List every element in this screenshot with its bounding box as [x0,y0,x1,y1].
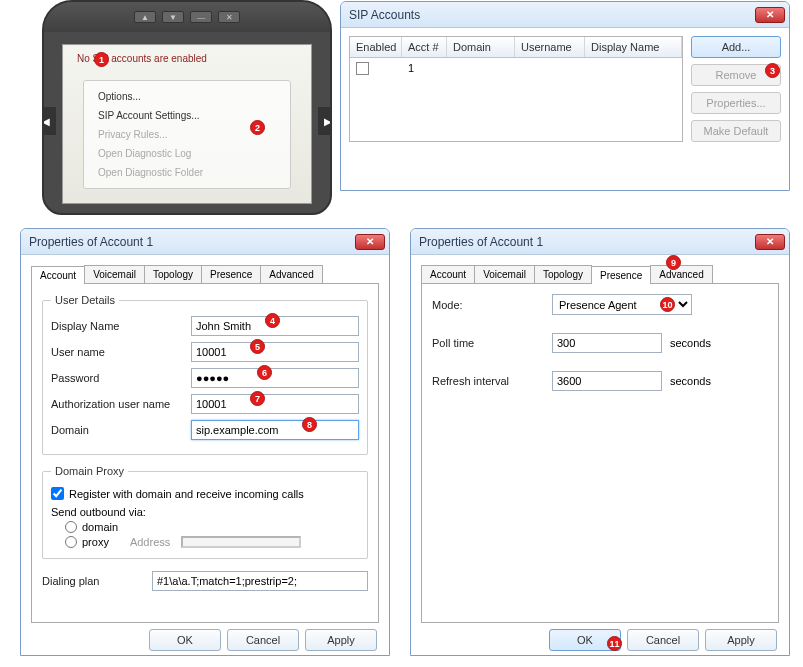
menu-open-diagnostic-folder[interactable]: Open Diagnostic Folder [84,163,290,182]
table-header: Enabled Acct # Domain Username Display N… [350,37,682,58]
close-icon[interactable]: ✕ [755,7,785,23]
top-button-x[interactable]: ✕ [218,11,240,23]
titlebar: SIP Accounts ✕ [341,2,789,28]
radio-proxy-label: proxy [82,536,109,548]
address-label: Address [130,536,170,548]
domain-label: Domain [51,424,191,436]
account-properties-window-account: Properties of Account 1 ✕ Account Voicem… [20,228,390,656]
phone-body: ▲ ▼ — ✕ ◀ ▶ No SIP accounts are enabled … [42,0,332,215]
properties-button: Properties... [691,92,781,114]
top-button-up[interactable]: ▲ [134,11,156,23]
send-outbound-label: Send outbound via: [51,506,359,518]
radio-domain-label: domain [82,521,118,533]
callout-7: 7 [250,391,265,406]
tab-voicemail[interactable]: Voicemail [84,265,145,283]
tab-account[interactable]: Account [31,266,85,284]
softphone-device: ▲ ▼ — ✕ ◀ ▶ No SIP accounts are enabled … [42,0,332,215]
tab-advanced[interactable]: Advanced [650,265,712,283]
titlebar: Properties of Account 1 ✕ [411,229,789,255]
dialing-plan-field[interactable] [152,571,368,591]
col-acct[interactable]: Acct # [402,37,447,57]
account-properties-window-presence: Properties of Account 1 ✕ Account Voicem… [410,228,790,656]
callout-1: 1 [94,52,109,67]
seconds-label: seconds [670,375,711,387]
top-button-down[interactable]: ▼ [162,11,184,23]
tab-pane-presence: Mode: Presence Agent Poll time seconds R… [421,283,779,623]
close-icon[interactable]: ✕ [755,234,785,250]
callout-2: 2 [250,120,265,135]
nav-right-icon[interactable]: ▶ [318,107,332,135]
cell-acct: 1 [402,62,447,74]
titlebar: Properties of Account 1 ✕ [21,229,389,255]
tab-presence[interactable]: Presence [201,265,261,283]
window-title: SIP Accounts [349,8,755,22]
tab-advanced[interactable]: Advanced [260,265,322,283]
add-button[interactable]: Add... [691,36,781,58]
callout-9: 9 [666,255,681,270]
col-display-name[interactable]: Display Name [585,37,682,57]
col-username[interactable]: Username [515,37,585,57]
phone-top-bar: ▲ ▼ — ✕ [44,2,330,32]
radio-domain[interactable] [65,521,77,533]
refresh-interval-field[interactable] [552,371,662,391]
domain-proxy-legend: Domain Proxy [51,465,128,477]
tab-presence[interactable]: Presence [591,266,651,284]
callout-8: 8 [302,417,317,432]
callout-5: 5 [250,339,265,354]
accounts-table: Enabled Acct # Domain Username Display N… [349,36,683,142]
domain-field[interactable] [191,420,359,440]
auth-user-label: Authorization user name [51,398,191,410]
window-title: Properties of Account 1 [29,235,355,249]
poll-time-field[interactable] [552,333,662,353]
make-default-button: Make Default [691,120,781,142]
cancel-button[interactable]: Cancel [227,629,299,651]
tab-topology[interactable]: Topology [144,265,202,283]
callout-4: 4 [265,313,280,328]
register-label: Register with domain and receive incomin… [69,488,304,500]
menu-options[interactable]: Options... [84,87,290,106]
close-icon[interactable]: ✕ [355,234,385,250]
enabled-checkbox[interactable] [356,62,369,75]
tabs: Account Voicemail Topology Presence Adva… [421,265,779,283]
phone-screen: No SIP accounts are enabled Options... S… [62,44,312,204]
callout-11: 11 [607,636,622,651]
menu-open-diagnostic-log[interactable]: Open Diagnostic Log [84,144,290,163]
dialing-plan-label: Dialing plan [42,575,152,587]
password-label: Password [51,372,191,384]
cancel-button[interactable]: Cancel [627,629,699,651]
ok-button[interactable]: OK [149,629,221,651]
tabs: Account Voicemail Topology Presence Adva… [31,265,379,283]
tab-topology[interactable]: Topology [534,265,592,283]
window-title: Properties of Account 1 [419,235,755,249]
callout-3: 3 [765,63,780,78]
domain-proxy-group: Domain Proxy Register with domain and re… [42,465,368,559]
refresh-interval-label: Refresh interval [432,375,552,387]
apply-button[interactable]: Apply [305,629,377,651]
nav-left-icon[interactable]: ◀ [42,107,56,135]
sip-accounts-window: SIP Accounts ✕ Enabled Acct # Domain Use… [340,1,790,191]
auth-user-field[interactable] [191,394,359,414]
radio-proxy[interactable] [65,536,77,548]
tab-pane-account: User Details Display Name User name Pass… [31,283,379,623]
top-button-dash[interactable]: — [190,11,212,23]
password-field[interactable] [191,368,359,388]
user-details-legend: User Details [51,294,119,306]
tab-voicemail[interactable]: Voicemail [474,265,535,283]
display-name-label: Display Name [51,320,191,332]
proxy-address-field [181,536,301,548]
register-checkbox[interactable] [51,487,64,500]
table-row[interactable]: 1 [350,58,682,78]
seconds-label: seconds [670,337,711,349]
apply-button[interactable]: Apply [705,629,777,651]
user-name-field[interactable] [191,342,359,362]
tab-account[interactable]: Account [421,265,475,283]
callout-10: 10 [660,297,675,312]
mode-label: Mode: [432,299,552,311]
user-details-group: User Details Display Name User name Pass… [42,294,368,455]
callout-6: 6 [257,365,272,380]
col-domain[interactable]: Domain [447,37,515,57]
user-name-label: User name [51,346,191,358]
poll-time-label: Poll time [432,337,552,349]
side-buttons: Add... Remove Properties... Make Default [691,36,781,142]
col-enabled[interactable]: Enabled [350,37,402,57]
